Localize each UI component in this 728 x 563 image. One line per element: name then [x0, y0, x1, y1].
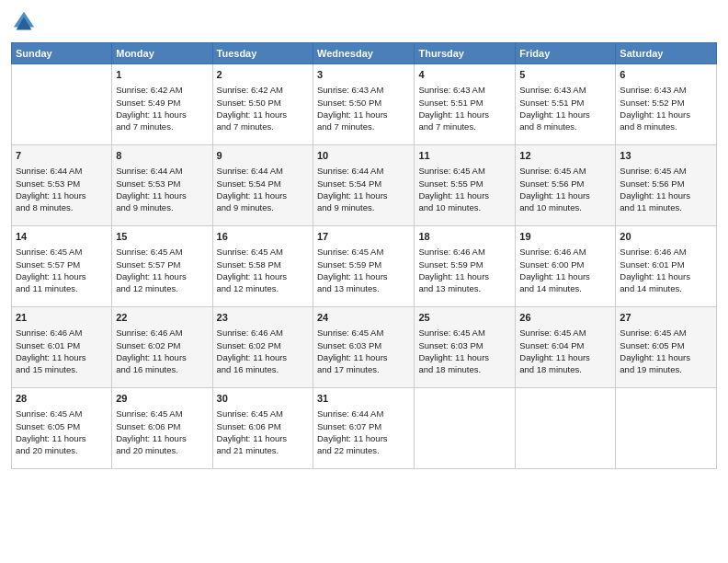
day-number: 18 [418, 230, 511, 244]
day-number: 31 [317, 392, 410, 406]
day-number: 24 [317, 311, 410, 325]
day-info: Sunrise: 6:45 AM Sunset: 5:56 PM Dayligh… [519, 165, 611, 213]
day-info: Sunrise: 6:46 AM Sunset: 6:02 PM Dayligh… [217, 327, 309, 375]
calendar-cell: 17Sunrise: 6:45 AM Sunset: 5:59 PM Dayli… [313, 226, 415, 307]
day-info: Sunrise: 6:44 AM Sunset: 5:54 PM Dayligh… [317, 165, 410, 213]
day-info: Sunrise: 6:43 AM Sunset: 5:52 PM Dayligh… [620, 84, 712, 132]
calendar-cell: 7Sunrise: 6:44 AM Sunset: 5:53 PM Daylig… [12, 145, 112, 226]
day-info: Sunrise: 6:46 AM Sunset: 6:00 PM Dayligh… [519, 246, 611, 294]
calendar-cell [516, 388, 616, 469]
calendar-cell: 5Sunrise: 6:43 AM Sunset: 5:51 PM Daylig… [516, 64, 616, 145]
calendar-cell: 20Sunrise: 6:46 AM Sunset: 6:01 PM Dayli… [616, 226, 717, 307]
day-number: 19 [519, 230, 611, 244]
calendar-cell: 26Sunrise: 6:45 AM Sunset: 6:04 PM Dayli… [516, 307, 616, 388]
calendar-cell [616, 388, 717, 469]
calendar-cell: 22Sunrise: 6:46 AM Sunset: 6:02 PM Dayli… [112, 307, 212, 388]
week-row-3: 14Sunrise: 6:45 AM Sunset: 5:57 PM Dayli… [12, 226, 717, 307]
day-info: Sunrise: 6:46 AM Sunset: 6:02 PM Dayligh… [116, 327, 208, 375]
calendar-cell: 13Sunrise: 6:45 AM Sunset: 5:56 PM Dayli… [616, 145, 717, 226]
calendar-cell: 19Sunrise: 6:46 AM Sunset: 6:00 PM Dayli… [516, 226, 616, 307]
day-number: 4 [418, 68, 511, 82]
day-info: Sunrise: 6:44 AM Sunset: 5:53 PM Dayligh… [16, 165, 108, 213]
day-info: Sunrise: 6:44 AM Sunset: 5:54 PM Dayligh… [217, 165, 309, 213]
day-number: 8 [116, 149, 208, 163]
col-header-saturday: Saturday [616, 43, 717, 64]
calendar-cell: 29Sunrise: 6:45 AM Sunset: 6:06 PM Dayli… [112, 388, 212, 469]
day-number: 28 [16, 392, 108, 406]
calendar-cell: 31Sunrise: 6:44 AM Sunset: 6:07 PM Dayli… [313, 388, 415, 469]
week-row-1: 1Sunrise: 6:42 AM Sunset: 5:49 PM Daylig… [12, 64, 717, 145]
day-number: 15 [116, 230, 208, 244]
header [11, 9, 717, 35]
day-info: Sunrise: 6:43 AM Sunset: 5:51 PM Dayligh… [519, 84, 611, 132]
calendar-cell: 12Sunrise: 6:45 AM Sunset: 5:56 PM Dayli… [516, 145, 616, 226]
day-number: 26 [519, 311, 611, 325]
calendar-cell: 8Sunrise: 6:44 AM Sunset: 5:53 PM Daylig… [112, 145, 212, 226]
day-number: 13 [620, 149, 712, 163]
day-number: 21 [16, 311, 108, 325]
day-info: Sunrise: 6:46 AM Sunset: 5:59 PM Dayligh… [418, 246, 511, 294]
col-header-tuesday: Tuesday [212, 43, 313, 64]
day-number: 5 [519, 68, 611, 82]
day-number: 25 [418, 311, 511, 325]
calendar-cell: 24Sunrise: 6:45 AM Sunset: 6:03 PM Dayli… [313, 307, 415, 388]
calendar-cell: 27Sunrise: 6:45 AM Sunset: 6:05 PM Dayli… [616, 307, 717, 388]
day-number: 2 [217, 68, 309, 82]
day-number: 27 [620, 311, 712, 325]
day-info: Sunrise: 6:45 AM Sunset: 6:03 PM Dayligh… [418, 327, 511, 375]
day-info: Sunrise: 6:45 AM Sunset: 5:57 PM Dayligh… [16, 246, 108, 294]
col-header-monday: Monday [112, 43, 212, 64]
day-number: 10 [317, 149, 410, 163]
day-info: Sunrise: 6:43 AM Sunset: 5:51 PM Dayligh… [418, 84, 511, 132]
day-number: 3 [317, 68, 410, 82]
day-info: Sunrise: 6:45 AM Sunset: 5:58 PM Dayligh… [217, 246, 309, 294]
day-number: 11 [418, 149, 511, 163]
day-info: Sunrise: 6:45 AM Sunset: 6:06 PM Dayligh… [217, 408, 309, 456]
day-number: 7 [16, 149, 108, 163]
day-number: 9 [217, 149, 309, 163]
day-info: Sunrise: 6:42 AM Sunset: 5:50 PM Dayligh… [217, 84, 309, 132]
day-info: Sunrise: 6:44 AM Sunset: 5:53 PM Dayligh… [116, 165, 208, 213]
day-number: 30 [217, 392, 309, 406]
day-info: Sunrise: 6:45 AM Sunset: 5:56 PM Dayligh… [620, 165, 712, 213]
day-info: Sunrise: 6:45 AM Sunset: 6:06 PM Dayligh… [116, 408, 208, 456]
day-info: Sunrise: 6:42 AM Sunset: 5:49 PM Dayligh… [116, 84, 208, 132]
calendar-cell: 16Sunrise: 6:45 AM Sunset: 5:58 PM Dayli… [212, 226, 313, 307]
calendar-cell: 14Sunrise: 6:45 AM Sunset: 5:57 PM Dayli… [12, 226, 112, 307]
day-number: 22 [116, 311, 208, 325]
day-info: Sunrise: 6:46 AM Sunset: 6:01 PM Dayligh… [16, 327, 108, 375]
calendar-cell [12, 64, 112, 145]
day-number: 12 [519, 149, 611, 163]
day-info: Sunrise: 6:45 AM Sunset: 5:57 PM Dayligh… [116, 246, 208, 294]
day-info: Sunrise: 6:44 AM Sunset: 6:07 PM Dayligh… [317, 408, 410, 456]
calendar-cell: 1Sunrise: 6:42 AM Sunset: 5:49 PM Daylig… [112, 64, 212, 145]
day-number: 6 [620, 68, 712, 82]
calendar-cell: 28Sunrise: 6:45 AM Sunset: 6:05 PM Dayli… [12, 388, 112, 469]
day-number: 1 [116, 68, 208, 82]
calendar-cell: 10Sunrise: 6:44 AM Sunset: 5:54 PM Dayli… [313, 145, 415, 226]
calendar-cell: 30Sunrise: 6:45 AM Sunset: 6:06 PM Dayli… [212, 388, 313, 469]
week-row-5: 28Sunrise: 6:45 AM Sunset: 6:05 PM Dayli… [12, 388, 717, 469]
week-row-2: 7Sunrise: 6:44 AM Sunset: 5:53 PM Daylig… [12, 145, 717, 226]
calendar-cell: 15Sunrise: 6:45 AM Sunset: 5:57 PM Dayli… [112, 226, 212, 307]
calendar-cell: 2Sunrise: 6:42 AM Sunset: 5:50 PM Daylig… [212, 64, 313, 145]
calendar-cell: 25Sunrise: 6:45 AM Sunset: 6:03 PM Dayli… [415, 307, 516, 388]
logo-icon [11, 9, 37, 35]
day-info: Sunrise: 6:43 AM Sunset: 5:50 PM Dayligh… [317, 84, 410, 132]
day-info: Sunrise: 6:45 AM Sunset: 5:59 PM Dayligh… [317, 246, 410, 294]
week-row-4: 21Sunrise: 6:46 AM Sunset: 6:01 PM Dayli… [12, 307, 717, 388]
logo [11, 9, 40, 35]
day-number: 16 [217, 230, 309, 244]
day-number: 23 [217, 311, 309, 325]
col-header-sunday: Sunday [12, 43, 112, 64]
day-info: Sunrise: 6:45 AM Sunset: 6:05 PM Dayligh… [16, 408, 108, 456]
calendar-table: SundayMondayTuesdayWednesdayThursdayFrid… [11, 42, 717, 469]
col-header-thursday: Thursday [415, 43, 516, 64]
col-header-friday: Friday [516, 43, 616, 64]
day-number: 17 [317, 230, 410, 244]
day-number: 20 [620, 230, 712, 244]
calendar-cell: 3Sunrise: 6:43 AM Sunset: 5:50 PM Daylig… [313, 64, 415, 145]
calendar-cell: 23Sunrise: 6:46 AM Sunset: 6:02 PM Dayli… [212, 307, 313, 388]
calendar-cell: 6Sunrise: 6:43 AM Sunset: 5:52 PM Daylig… [616, 64, 717, 145]
calendar-cell [415, 388, 516, 469]
